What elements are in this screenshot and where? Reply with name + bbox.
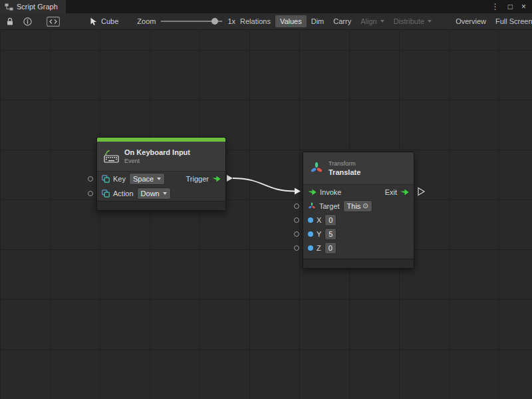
toolbar-button-fullscreen[interactable]: Full Screen <box>491 15 532 27</box>
maximize-button[interactable]: □ <box>508 3 513 11</box>
z-value-input[interactable]: 0 <box>325 242 336 254</box>
window-menu-button[interactable]: ⋮ <box>491 3 499 11</box>
node-title: On Keyboard Input <box>124 148 190 156</box>
target-value-box[interactable]: This ⊙ <box>343 200 372 212</box>
chevron-down-icon <box>163 192 167 195</box>
exit-output-port[interactable] <box>400 189 409 196</box>
keyboard-icon <box>104 150 119 163</box>
transform-mini-icon <box>308 202 316 210</box>
node-title: Translate <box>329 168 360 176</box>
x-value-input[interactable]: 0 <box>325 214 336 226</box>
chevron-down-icon <box>157 178 161 180</box>
lock-button[interactable] <box>4 17 16 26</box>
key-label: Key <box>113 175 126 183</box>
toolbar-buttons: Relations Values Dim Carry Align Distrib… <box>235 15 532 27</box>
toolbar-button-carry[interactable]: Carry <box>329 15 356 27</box>
node-footer <box>97 201 225 210</box>
target-input-port[interactable] <box>294 203 299 209</box>
invoke-label: Invoke <box>320 188 341 196</box>
value-type-icon <box>102 175 110 183</box>
zoom-slider[interactable] <box>161 18 222 25</box>
z-label: Z <box>317 244 321 252</box>
x-input-port[interactable] <box>294 217 299 223</box>
zoom-control: Zoom 1x <box>137 17 235 25</box>
z-row: Z 0 <box>303 241 414 255</box>
invoke-input-port[interactable] <box>308 189 317 196</box>
float-port-icon <box>308 245 313 251</box>
action-label: Action <box>113 190 134 198</box>
node-on-keyboard-input[interactable]: On Keyboard Input Event Key Space Trigge… <box>96 137 226 211</box>
value-type-icon <box>102 190 110 198</box>
toolbar-button-values[interactable]: Values <box>275 15 307 27</box>
zoom-slider-knob[interactable] <box>211 18 218 25</box>
y-value-input[interactable]: 5 <box>325 228 336 240</box>
close-button[interactable]: × <box>521 3 526 11</box>
scope-icon: ⊙ <box>362 203 368 209</box>
key-input-port[interactable] <box>88 176 93 182</box>
key-row: Key Space Trigger <box>97 172 225 186</box>
tab-title: Script Graph <box>17 3 58 11</box>
node-footer <box>303 259 414 268</box>
node-header: Transform Translate <box>303 152 414 185</box>
connection-layer <box>0 30 532 399</box>
wire-start-arrow <box>227 175 233 182</box>
trigger-output-port[interactable] <box>212 176 221 182</box>
cursor-icon <box>90 17 98 26</box>
toolbar-button-overview[interactable]: Overview <box>451 15 491 27</box>
toolbar-button-distribute[interactable]: Distribute <box>389 15 436 27</box>
wire-end-arrow <box>295 188 301 195</box>
node-translate[interactable]: Transform Translate Invoke Exit Target <box>303 152 414 269</box>
exit-label: Exit <box>385 188 397 196</box>
window-controls: ⋮ □ × <box>491 0 532 13</box>
node-header: On Keyboard Input Event <box>97 142 225 172</box>
chevron-down-icon <box>428 20 432 23</box>
edit-script-button[interactable] <box>45 17 62 27</box>
y-label: Y <box>317 230 321 238</box>
graph-target[interactable]: Cube <box>90 17 118 26</box>
script-graph-icon <box>5 3 13 11</box>
target-label: Target <box>319 202 340 210</box>
x-label: X <box>317 216 321 224</box>
titlebar: Script Graph ⋮ □ × <box>0 0 532 13</box>
lock-icon <box>6 17 14 26</box>
invoke-exit-row: Invoke Exit <box>303 185 414 199</box>
zoom-value: 1x <box>227 17 235 25</box>
graph-canvas[interactable]: On Keyboard Input Event Key Space Trigge… <box>0 30 532 399</box>
node-subtitle: Event <box>124 158 190 164</box>
float-port-icon <box>308 231 313 237</box>
z-input-port[interactable] <box>294 245 299 251</box>
toolbar-button-relations[interactable]: Relations <box>235 15 275 27</box>
info-icon <box>23 17 32 26</box>
y-row: Y 5 <box>303 227 414 241</box>
toolbar-button-align[interactable]: Align <box>356 15 388 27</box>
target-row: Target This ⊙ <box>303 199 414 213</box>
target-object-label: Cube <box>101 17 118 25</box>
trigger-to-invoke-wire[interactable] <box>233 178 295 192</box>
action-dropdown[interactable]: Down <box>137 188 171 200</box>
action-input-port[interactable] <box>88 191 93 196</box>
zoom-label: Zoom <box>137 17 156 25</box>
action-row: Action Down <box>97 186 225 201</box>
graph-toolbar: Cube Zoom 1x Relations Values Dim Carry … <box>0 13 532 30</box>
toolbar-button-dim[interactable]: Dim <box>307 15 329 27</box>
tab-script-graph[interactable]: Script Graph <box>0 0 66 13</box>
y-input-port[interactable] <box>294 231 299 237</box>
trigger-label: Trigger <box>186 175 209 183</box>
chevron-down-icon <box>380 20 384 23</box>
float-port-icon <box>308 217 313 223</box>
code-icon <box>47 17 60 27</box>
x-row: X 0 <box>303 213 414 227</box>
key-dropdown[interactable]: Space <box>129 173 165 185</box>
node-category: Transform <box>329 160 360 167</box>
exit-port-triangle <box>418 188 424 196</box>
transform-icon <box>310 162 323 175</box>
info-button[interactable] <box>21 17 34 26</box>
